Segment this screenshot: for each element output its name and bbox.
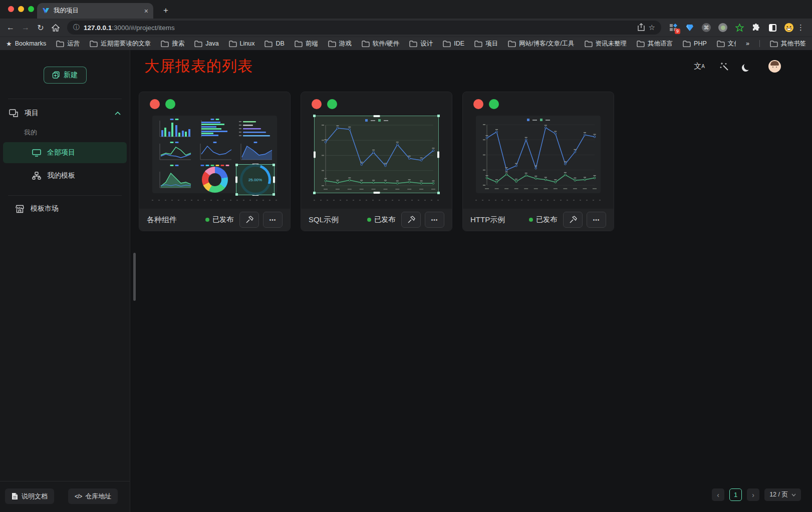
url-path: :3000/#/project/items [112, 24, 174, 32]
address-bar[interactable]: ⓘ 127.0.0.1:3000/#/project/items ☆ [67, 21, 661, 35]
browser-tab[interactable]: 我的项目 × [37, 3, 153, 19]
folder-icon [717, 41, 725, 47]
mini-hbar-chart [195, 118, 234, 139]
bookmarks-bar: ★ Bookmarks 运营近期需要读的文章搜索JavaLinuxDB前端游戏软… [0, 37, 812, 50]
status-badge: 已发布 [205, 215, 233, 224]
extensions-puzzle-icon[interactable] [751, 23, 761, 33]
other-bookmarks-folder[interactable]: 其他书签 [770, 40, 806, 48]
bookmark-folder[interactable]: PHP [683, 40, 707, 47]
card-preview-widgets[interactable]: 25.00% [152, 116, 277, 193]
bookmark-folder[interactable]: DB [264, 40, 284, 47]
minimize-window-button[interactable] [18, 6, 24, 12]
bookmark-folder[interactable]: 前端 [295, 40, 318, 48]
repo-button[interactable]: </> 仓库地址 [68, 488, 118, 504]
card-name: HTTP示例 [470, 215, 505, 225]
folder-icon [683, 41, 691, 47]
chart-legend [365, 119, 388, 122]
app-root: 新建 项目 我的 全部项目 [0, 50, 812, 512]
sidebar-item-my-templates[interactable]: 我的模板 [3, 165, 127, 186]
card-traffic-dots [301, 92, 452, 109]
sidebar-item-label: 全部项目 [47, 148, 75, 157]
card-preview-sql-chart[interactable] [314, 116, 439, 193]
green-dot [165, 99, 175, 109]
more-actions-button[interactable]: ••• [263, 212, 283, 228]
new-tab-button[interactable]: + [159, 4, 172, 17]
maximize-window-button[interactable] [28, 6, 34, 12]
bookmark-folder[interactable]: Java [194, 40, 218, 47]
card-traffic-dots [463, 92, 614, 109]
bookmark-folder[interactable]: 文件服务器 [717, 40, 736, 48]
home-icon[interactable] [48, 23, 63, 32]
folder-icon [508, 41, 516, 47]
bookmark-folder[interactable]: 其他语言 [637, 40, 673, 48]
bookmark-folder[interactable]: 搜索 [161, 40, 184, 48]
bookmark-folder[interactable]: Linux [229, 40, 255, 47]
code-icon: </> [75, 493, 82, 500]
close-window-button[interactable] [8, 6, 14, 12]
magic-wand-icon[interactable] [720, 62, 729, 71]
folder-icon [770, 41, 778, 47]
edit-project-button[interactable] [239, 212, 259, 228]
back-icon[interactable]: ← [3, 23, 18, 32]
extension-gem-icon[interactable] [685, 23, 695, 33]
sidebar-section-projects[interactable]: 项目 [0, 102, 130, 124]
tab-close-icon[interactable]: × [144, 7, 148, 15]
bookmarks-root[interactable]: ★ Bookmarks [6, 40, 46, 48]
more-actions-button[interactable]: ••• [425, 212, 444, 228]
dotted-separator [471, 200, 605, 201]
chevron-up-icon[interactable] [115, 112, 121, 115]
page-title: 大屏报表的列表 [144, 56, 253, 77]
extension-darkreader-icon[interactable] [767, 23, 777, 33]
sidebar-item-all-projects[interactable]: 全部项目 [3, 142, 127, 163]
sidebar-item-template-market[interactable]: 模板市场 [0, 198, 130, 220]
bookmark-folder[interactable]: 设计 [409, 40, 433, 48]
red-dot [150, 99, 160, 109]
edit-project-button[interactable] [401, 212, 421, 228]
new-project-button[interactable]: 新建 [44, 67, 87, 84]
card-preview-http-chart[interactable] [476, 116, 601, 193]
language-toggle-icon[interactable]: 文A [694, 62, 705, 71]
profile-avatar-smiley[interactable] [784, 23, 794, 33]
user-avatar[interactable] [768, 60, 781, 73]
bookmark-star-icon[interactable]: ☆ [649, 23, 655, 32]
chrome-menu-icon[interactable]: ⋮ [797, 23, 804, 32]
bookmark-folder[interactable]: 近期需要读的文章 [90, 40, 151, 48]
bookmark-folder[interactable]: 网站/博客/文章/工具 [508, 40, 574, 48]
current-page-button[interactable]: 1 [729, 488, 742, 501]
bookmark-folder[interactable]: 项目 [474, 40, 498, 48]
site-info-icon[interactable]: ⓘ [73, 23, 80, 32]
bookmark-folder[interactable]: IDE [443, 40, 464, 47]
edit-project-button[interactable] [563, 212, 583, 228]
card-footer: HTTP示例 已发布 ••• [463, 209, 614, 231]
reload-icon[interactable]: ↻ [33, 23, 48, 33]
extension-record-icon[interactable] [718, 23, 728, 33]
extension-star-icon[interactable] [734, 23, 744, 33]
url-text: 127.0.0.1:3000/#/project/items [84, 24, 634, 32]
docs-button[interactable]: 说明文档 [5, 488, 54, 504]
folder-icon [56, 41, 64, 47]
header-icons: 文A [694, 60, 781, 73]
prev-page-button[interactable]: ‹ [712, 488, 724, 501]
bookmarks-overflow-chevron[interactable]: » [746, 40, 749, 47]
bookmark-folder[interactable]: 资讯未整理 [585, 40, 627, 48]
extension-command-icon[interactable]: ⌘ [701, 23, 711, 33]
forward-icon[interactable]: → [18, 23, 33, 32]
mini-gauge-chart: 25.00% [236, 164, 275, 195]
mini-area-chart-green [155, 164, 193, 195]
project-card[interactable]: HTTP示例 已发布 ••• [462, 92, 614, 231]
project-card[interactable]: SQL示例 已发布 ••• [301, 92, 452, 231]
page-size-select[interactable]: 12 / 页 [764, 488, 801, 501]
bookmark-folder[interactable]: 游戏 [328, 40, 352, 48]
dark-mode-moon-icon[interactable] [744, 63, 753, 70]
bookmark-folder[interactable]: 软件/硬件 [362, 40, 399, 48]
share-icon[interactable] [638, 23, 645, 33]
bookmark-folder[interactable]: 运营 [56, 40, 80, 48]
project-card[interactable]: 25.00% 各种组件 已发布 [139, 92, 291, 231]
sidebar-group-label: 我的 [0, 124, 130, 141]
more-actions-button[interactable]: ••• [587, 212, 606, 228]
extension-grid-icon[interactable]: 9 [668, 23, 678, 33]
bookmarks-separator [759, 40, 760, 47]
sidebar-section-label: 项目 [25, 109, 39, 118]
sidebar-item-label: 模板市场 [31, 204, 59, 213]
next-page-button[interactable]: › [747, 488, 759, 501]
